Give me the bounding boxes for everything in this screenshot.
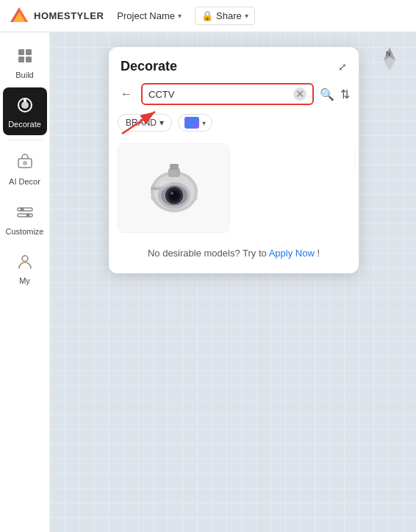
svg-rect-5 — [18, 57, 24, 62]
svg-rect-12 — [18, 208, 32, 211]
exclamation: ! — [317, 248, 320, 259]
my-label: My — [19, 276, 30, 286]
search-input-wrap: ✕ — [141, 83, 314, 105]
svg-rect-33 — [170, 164, 179, 170]
sidebar-item-ai-decor[interactable]: AI Decor — [3, 145, 47, 193]
lock-icon: 🔒 — [201, 10, 213, 21]
svg-point-15 — [26, 213, 29, 217]
sidebar: Build Decorate AI De — [0, 32, 50, 532]
logo-icon — [9, 6, 29, 26]
app-name: HOMESTYLER — [34, 10, 104, 21]
north-indicator: N — [378, 47, 401, 71]
brand-label: BRAND — [126, 118, 157, 128]
panel-header: Decorate ⤢ — [109, 47, 359, 80]
svg-point-11 — [23, 161, 27, 165]
decorate-label: Decorate — [8, 120, 41, 129]
sidebar-item-customize[interactable]: Customize — [3, 195, 47, 242]
product-image-cctv: Dahua — [118, 144, 229, 232]
color-filter-button[interactable]: ▾ — [178, 114, 212, 132]
svg-point-9 — [24, 99, 26, 102]
svg-rect-13 — [18, 214, 32, 217]
search-icon[interactable]: 🔍 — [320, 87, 334, 101]
top-nav: HOMESTYLER Project Name ▾ 🔒 Share ▾ — [0, 0, 416, 32]
svg-rect-4 — [26, 49, 32, 55]
ai-decor-label: AI Decor — [9, 177, 40, 187]
svg-point-17 — [24, 260, 26, 263]
project-name-label: Project Name — [117, 10, 175, 21]
filter-icon[interactable]: ⇅ — [340, 87, 350, 101]
svg-point-29 — [171, 192, 173, 195]
decorate-panel: Decorate ⤢ ← ✕ 🔍 ⇅ BRAND ▾ — [109, 47, 359, 273]
clear-button[interactable]: ✕ — [293, 87, 306, 101]
sidebar-item-my[interactable]: My — [3, 244, 47, 292]
share-chevron-icon: ▾ — [245, 12, 248, 20]
back-button[interactable]: ← — [118, 85, 135, 103]
build-label: Build — [15, 71, 33, 80]
collapse-panel-button[interactable]: ◀ — [356, 148, 359, 172]
main-layout: Build Decorate AI De — [0, 32, 416, 532]
filter-row: BRAND ▾ ▾ — [109, 111, 359, 137]
svg-point-34 — [159, 181, 171, 188]
share-label: Share — [216, 10, 242, 21]
svg-rect-6 — [26, 57, 32, 62]
build-icon — [13, 44, 37, 68]
product-grid: Dahua — [109, 137, 359, 239]
customize-icon — [13, 201, 37, 224]
sidebar-item-build[interactable]: Build — [3, 38, 47, 86]
sidebar-divider-1 — [7, 140, 43, 140]
customize-label: Customize — [6, 227, 44, 237]
expand-icon[interactable]: ⤢ — [338, 61, 347, 73]
logo-area: HOMESTYLER — [9, 6, 104, 26]
my-icon — [13, 250, 37, 273]
decorate-icon — [13, 93, 37, 117]
svg-point-14 — [20, 207, 24, 211]
panel-title: Decorate — [121, 59, 177, 74]
brand-chevron-icon: ▾ — [159, 118, 164, 128]
product-card-cctv[interactable]: Dahua — [118, 143, 230, 233]
search-bar: ← ✕ 🔍 ⇅ — [109, 80, 359, 111]
svg-text:N: N — [386, 50, 391, 57]
brand-filter-button[interactable]: BRAND ▾ — [118, 114, 172, 132]
svg-text:Dahua: Dahua — [151, 187, 161, 190]
color-chevron-icon: ▾ — [202, 119, 206, 127]
apply-now-link[interactable]: Apply Now — [269, 248, 315, 259]
no-models-section: No desirable models? Try to Apply Now ! — [109, 239, 359, 273]
svg-rect-3 — [18, 49, 24, 55]
color-swatch — [184, 117, 199, 129]
no-models-text: No desirable models? Try to — [148, 248, 267, 259]
search-input[interactable] — [148, 89, 289, 100]
svg-point-8 — [21, 101, 29, 109]
sidebar-item-decorate[interactable]: Decorate — [3, 87, 47, 135]
project-chevron-icon: ▾ — [178, 12, 182, 20]
project-name-button[interactable]: Project Name ▾ — [111, 7, 187, 24]
ai-decor-icon — [13, 151, 37, 174]
canvas-area: N Decorate ⤢ ← ✕ 🔍 ⇅ — [50, 32, 416, 532]
share-button[interactable]: 🔒 Share ▾ — [195, 7, 255, 25]
